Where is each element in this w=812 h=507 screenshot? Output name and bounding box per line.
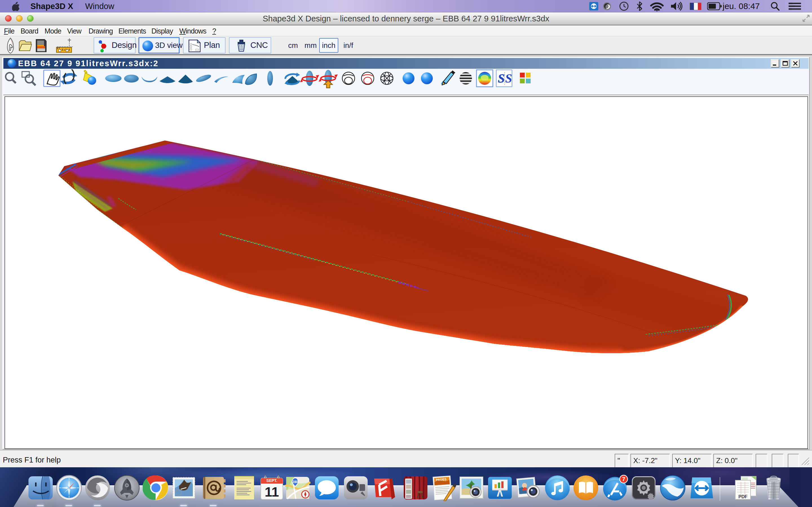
svg-text:S: S <box>498 71 505 86</box>
svg-text:11: 11 <box>265 485 279 499</box>
svg-text:280: 280 <box>292 480 298 484</box>
svg-text:SEPT.: SEPT. <box>266 478 277 483</box>
svg-text:7: 7 <box>622 476 625 482</box>
svg-text:S: S <box>505 71 512 86</box>
svg-text:PDF: PDF <box>739 494 748 499</box>
